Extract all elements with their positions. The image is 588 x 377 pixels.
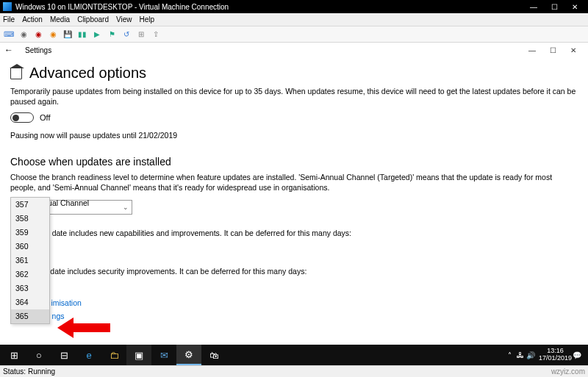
page-title: Advanced options — [10, 65, 578, 82]
turnoff-icon[interactable]: ◉ — [32, 29, 44, 40]
home-icon[interactable] — [10, 68, 22, 79]
shutdown-icon[interactable]: ◉ — [47, 29, 59, 40]
ctrl-alt-del-icon[interactable]: ⌨ — [3, 29, 15, 40]
back-button[interactable]: ← — [4, 45, 18, 55]
annotation-arrow — [57, 317, 110, 338]
volume-icon[interactable]: 🔊 — [526, 351, 536, 359]
checkpoint-icon[interactable]: ⚑ — [106, 29, 118, 40]
menu-clipboard[interactable]: Clipboard — [77, 15, 109, 24]
revert-icon[interactable]: ↺ — [121, 29, 132, 40]
menu-help[interactable]: Help — [139, 15, 154, 24]
branch-description: Choose the branch readiness level to det… — [10, 172, 578, 193]
toggle-label: Off — [40, 113, 50, 122]
terminal-icon[interactable]: ▣ — [126, 345, 151, 365]
option-364[interactable]: 364 — [11, 295, 49, 309]
option-362[interactable]: 362 — [11, 268, 49, 281]
vm-menubar: File Action Media Clipboard View Help — [0, 13, 588, 26]
vm-toolbar: ⌨ ◉ ◉ ◉ 💾 ▮▮ ▶ ⚑ ↺ ⊞ ⇪ — [0, 26, 588, 43]
feature-defer-text: A feature update includes new capabiliti… — [10, 228, 578, 238]
option-360[interactable]: 360 — [11, 240, 49, 254]
start-icon[interactable]: ◉ — [18, 29, 29, 40]
option-359[interactable]: 359 — [11, 226, 49, 240]
edge-icon[interactable]: e — [76, 345, 101, 365]
vm-title: Windows 10 on ILMIONTDESKTOP - Virtual M… — [15, 3, 229, 11]
share-icon[interactable]: ⇪ — [150, 29, 162, 40]
start-button[interactable]: ⊞ — [1, 345, 26, 365]
vm-status-text: Status: Running — [3, 367, 55, 376]
option-363[interactable]: 363 — [11, 281, 49, 295]
option-358[interactable]: 358 — [11, 212, 49, 226]
chevron-down-icon: ⌄ — [123, 204, 129, 211]
clock[interactable]: 13:16 17/01/2019 — [539, 348, 572, 362]
explorer-icon[interactable]: 🗀 — [101, 345, 126, 365]
pause-note: Pausing now will pause updates until 21/… — [10, 130, 578, 140]
store-icon[interactable]: 🛍 — [201, 345, 226, 365]
settings-taskbar-icon[interactable]: ⚙ — [176, 345, 201, 365]
system-tray[interactable]: ˄ 🖧 🔊 13:16 17/01/2019 💬 — [505, 348, 587, 362]
quality-defer-text: A quality update includes security impro… — [10, 266, 578, 276]
vm-close[interactable]: ✕ — [564, 3, 585, 11]
vm-minimize[interactable]: — — [523, 3, 544, 11]
network-icon[interactable]: 🖧 — [515, 351, 526, 359]
taskbar: ⊞ ○ ⊟ e 🗀 ▣ ✉ ⚙ 🛍 ˄ 🖧 🔊 13:16 17/01/2019… — [0, 345, 588, 365]
settings-close[interactable]: ✕ — [563, 46, 584, 54]
menu-media[interactable]: Media — [50, 15, 70, 24]
menu-file[interactable]: File — [3, 15, 15, 24]
enhanced-icon[interactable]: ⊞ — [135, 29, 147, 40]
search-button[interactable]: ○ — [26, 345, 51, 365]
menu-action[interactable]: Action — [22, 15, 43, 24]
watermark: wzyiz.com — [551, 367, 585, 376]
settings-minimize[interactable]: — — [522, 46, 542, 54]
pause-description: Temporarily pause updates from being ins… — [10, 86, 578, 107]
defer-days-dropdown[interactable]: 357 358 359 360 361 362 363 364 365 — [10, 197, 50, 324]
pause-icon[interactable]: ▮▮ — [76, 29, 88, 40]
save-icon[interactable]: 💾 — [62, 29, 74, 40]
option-357[interactable]: 357 — [11, 198, 49, 212]
link-optimisation[interactable]: Delivery optimisation — [10, 298, 578, 307]
pause-toggle[interactable] — [10, 112, 34, 123]
mail-icon[interactable]: ✉ — [151, 345, 176, 365]
taskview-button[interactable]: ⊟ — [51, 345, 76, 365]
hyperv-icon — [3, 2, 12, 11]
vm-maximize[interactable]: ☐ — [544, 3, 564, 11]
vm-statusbar: Status: Running wzyiz.com — [0, 365, 588, 377]
section-choose-when: Choose when updates are installed — [10, 156, 578, 168]
notifications-icon[interactable]: 💬 — [572, 351, 582, 359]
menu-view[interactable]: View — [116, 15, 132, 24]
settings-label: Settings — [25, 46, 51, 54]
settings-maximize[interactable]: ☐ — [542, 46, 563, 54]
reset-icon[interactable]: ▶ — [91, 29, 103, 40]
option-365[interactable]: 365 — [11, 309, 49, 323]
option-361[interactable]: 361 — [11, 254, 49, 268]
tray-chevron-icon[interactable]: ˄ — [505, 351, 515, 359]
